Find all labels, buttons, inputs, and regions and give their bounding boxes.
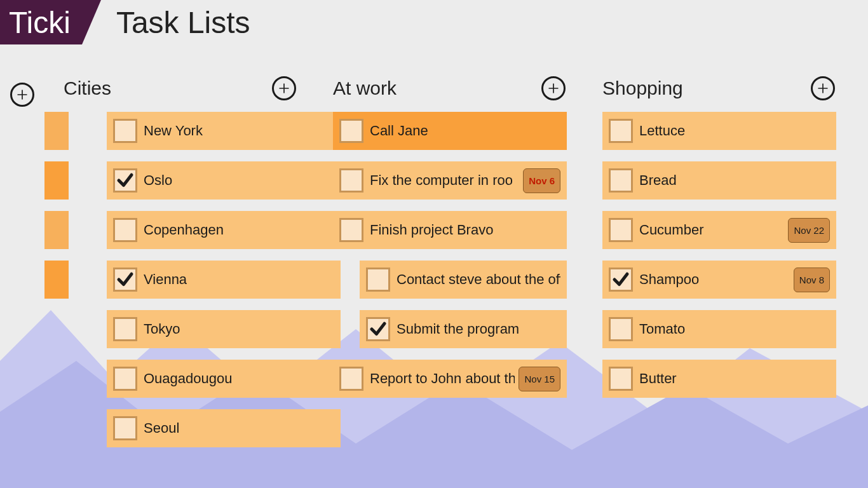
task-row: Finish project Bravo — [314, 211, 583, 249]
task-label: New York — [144, 123, 334, 139]
app-name-text: Ticki — [9, 5, 71, 40]
task-card[interactable]: Contact steve about the off — [360, 261, 567, 299]
check-icon — [611, 270, 630, 289]
header: Ticki Task Lists — [0, 0, 868, 44]
task-label: Cucumber — [639, 222, 784, 238]
task-row: Contact steve about the off — [314, 261, 583, 299]
task-card[interactable]: Vienna — [107, 261, 341, 299]
task-row: Vienna — [44, 261, 314, 299]
task-list: Call JaneFix the computer in rooNov 6Fin… — [314, 112, 583, 398]
task-card[interactable]: Submit the program — [360, 310, 567, 348]
task-row: Lettuce — [583, 112, 853, 150]
task-label: Vienna — [144, 271, 334, 288]
due-date-badge: Nov 6 — [523, 168, 560, 193]
task-checkbox[interactable] — [609, 268, 633, 292]
task-card[interactable]: Ouagadougou — [107, 360, 341, 398]
task-row: Tomato — [583, 310, 853, 348]
task-label: Copenhagen — [144, 222, 334, 238]
task-preview-stub — [44, 211, 69, 249]
task-checkbox[interactable] — [366, 317, 390, 341]
plus-icon — [278, 82, 290, 95]
task-card[interactable]: Oslo — [107, 161, 341, 200]
plus-icon — [817, 82, 829, 95]
task-row: Seoul — [44, 409, 314, 447]
plus-icon — [547, 82, 560, 95]
add-task-button[interactable] — [541, 76, 566, 100]
task-label: Tokyo — [144, 321, 334, 337]
task-checkbox[interactable] — [609, 119, 633, 143]
task-card[interactable]: Report to John about thNov 15 — [333, 360, 567, 398]
task-card[interactable]: Butter — [602, 360, 836, 398]
add-list-left — [0, 76, 44, 107]
column-at-work: At work Call JaneFix the computer in roo… — [314, 76, 583, 409]
check-icon — [116, 270, 135, 289]
task-card[interactable]: New York — [107, 112, 341, 150]
task-label: Fix the computer in roo — [370, 172, 519, 189]
task-checkbox[interactable] — [609, 168, 633, 193]
add-task-button[interactable] — [811, 76, 835, 100]
task-checkbox[interactable] — [339, 218, 363, 242]
task-checkbox[interactable] — [609, 367, 633, 391]
task-row: Oslo — [44, 161, 314, 200]
task-row: Bread — [583, 161, 853, 200]
task-card[interactable]: Finish project Bravo — [333, 211, 567, 249]
task-row: ShampooNov 8 — [583, 261, 853, 299]
task-checkbox[interactable] — [609, 317, 633, 341]
task-card[interactable]: Copenhagen — [107, 211, 341, 249]
task-list: LettuceBreadCucumberNov 22ShampooNov 8To… — [583, 112, 853, 398]
column-cities: Cities New YorkOsloCopenhagenViennaTokyo… — [44, 76, 314, 459]
task-checkbox[interactable] — [366, 268, 390, 292]
task-card[interactable]: Bread — [602, 161, 836, 200]
task-row: Fix the computer in rooNov 6 — [314, 161, 583, 200]
task-row: Report to John about thNov 15 — [314, 360, 583, 398]
task-checkbox[interactable] — [113, 268, 137, 292]
task-checkbox[interactable] — [339, 119, 363, 143]
task-checkbox[interactable] — [339, 367, 363, 391]
task-row: Butter — [583, 360, 853, 398]
task-card[interactable]: Tomato — [602, 310, 836, 348]
plus-icon — [16, 88, 29, 101]
task-card[interactable]: Lettuce — [602, 112, 836, 150]
column-shopping: Shopping LettuceBreadCucumberNov 22Shamp… — [583, 76, 853, 409]
task-checkbox[interactable] — [113, 119, 137, 143]
column-title: Shopping — [602, 78, 683, 99]
task-row: Tokyo — [44, 310, 314, 348]
task-checkbox[interactable] — [113, 367, 137, 391]
task-label: Shampoo — [639, 271, 790, 288]
task-row: Submit the program — [314, 310, 583, 348]
due-date-badge: Nov 22 — [788, 218, 830, 243]
task-row: New York — [44, 112, 314, 150]
task-card[interactable]: CucumberNov 22 — [602, 211, 836, 249]
task-row: CucumberNov 22 — [583, 211, 853, 249]
task-checkbox[interactable] — [339, 168, 363, 193]
add-list-button[interactable] — [10, 83, 34, 107]
task-card[interactable]: Tokyo — [107, 310, 341, 348]
column-header: At work — [314, 76, 583, 112]
task-checkbox[interactable] — [113, 416, 137, 440]
task-card[interactable]: Fix the computer in rooNov 6 — [333, 161, 567, 200]
add-task-button[interactable] — [272, 76, 296, 100]
task-label: Contact steve about the off — [397, 271, 560, 288]
task-preview-stub — [44, 161, 69, 200]
due-date-badge: Nov 15 — [519, 367, 560, 391]
task-checkbox[interactable] — [113, 218, 137, 242]
check-icon — [116, 171, 135, 190]
task-label: Call Jane — [370, 123, 560, 139]
task-label: Butter — [639, 370, 830, 387]
column-header: Shopping — [583, 76, 853, 112]
task-checkbox[interactable] — [113, 317, 137, 341]
task-preview-stub — [44, 261, 69, 299]
task-preview-stub — [44, 112, 69, 150]
task-card[interactable]: Seoul — [107, 409, 341, 447]
task-card[interactable]: Call Jane — [333, 112, 567, 150]
task-row: Ouagadougou — [44, 360, 314, 398]
column-title: Cities — [64, 78, 111, 99]
task-checkbox[interactable] — [609, 218, 633, 242]
task-label: Finish project Bravo — [370, 222, 560, 238]
app-name: Ticki — [0, 0, 82, 44]
task-label: Report to John about th — [370, 370, 515, 387]
task-card[interactable]: ShampooNov 8 — [602, 261, 836, 299]
task-label: Tomato — [639, 321, 830, 337]
task-checkbox[interactable] — [113, 168, 137, 193]
column-header: Cities — [44, 76, 314, 112]
